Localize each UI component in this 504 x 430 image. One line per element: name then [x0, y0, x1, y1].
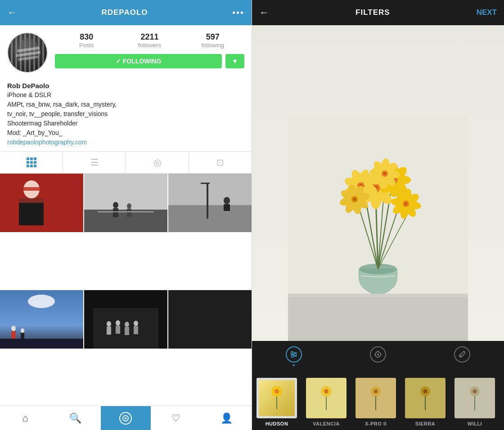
- svg-rect-7: [23, 187, 40, 191]
- filter-willow[interactable]: WILLI: [450, 372, 500, 430]
- tab-grid[interactable]: [0, 152, 63, 173]
- adjust-tool-button[interactable]: [370, 346, 386, 366]
- filter-name-valencia: VALENCIA: [313, 421, 339, 426]
- svg-point-138: [324, 389, 328, 394]
- svg-rect-116: [288, 297, 468, 341]
- left-header: ← RDEPAOLO •••: [0, 0, 252, 25]
- back-button-right[interactable]: ←: [259, 7, 269, 18]
- adjust-icon: [370, 346, 386, 363]
- filter-thumb-willow: [454, 378, 495, 418]
- photo-cell-2[interactable]: [84, 174, 167, 232]
- nav-likes[interactable]: ♡: [151, 406, 201, 430]
- bio-link[interactable]: robdepaolophotography.com: [7, 139, 244, 146]
- svg-rect-38: [125, 327, 129, 335]
- svg-point-150: [473, 390, 477, 394]
- follow-dropdown-button[interactable]: ▼: [225, 54, 244, 68]
- svg-rect-21: [207, 183, 208, 219]
- profile-section: 830 Posts 2211 followers 597 following ✓…: [0, 25, 252, 80]
- svg-rect-9: [19, 198, 44, 203]
- svg-rect-34: [107, 327, 111, 335]
- svg-point-120: [291, 352, 293, 354]
- photo-cell-4[interactable]: [0, 290, 83, 349]
- main-photo-area: [252, 25, 504, 341]
- profile-username: RDEPAOLO: [101, 8, 148, 17]
- svg-point-114: [383, 172, 386, 175]
- photo-grid: [0, 174, 252, 406]
- filter-thumb-valencia: [306, 378, 346, 418]
- filters-title: FILTERS: [356, 8, 390, 17]
- follow-button[interactable]: ✓ FOLLOWING: [55, 54, 222, 68]
- svg-rect-40: [134, 326, 138, 334]
- svg-point-146: [423, 390, 428, 394]
- svg-rect-20: [224, 204, 230, 211]
- grid-icon: [27, 157, 36, 167]
- svg-point-128: [377, 354, 379, 355]
- wrench-icon: [454, 346, 470, 363]
- svg-point-35: [116, 320, 120, 326]
- filter-name-xpro: X-PRO II: [365, 421, 387, 426]
- next-button[interactable]: NEXT: [477, 8, 497, 17]
- filter-xpro[interactable]: X-PRO II: [351, 372, 400, 430]
- svg-point-94: [405, 202, 407, 205]
- svg-point-14: [127, 203, 131, 209]
- svg-point-142: [374, 390, 378, 394]
- svg-rect-15: [127, 209, 131, 217]
- filter-hudson[interactable]: HUDSON: [252, 372, 302, 430]
- svg-rect-13: [113, 208, 118, 217]
- follow-row: ✓ FOLLOWING ▼: [55, 54, 244, 68]
- filter-thumb-xpro: [356, 378, 396, 418]
- filter-icon: [286, 346, 302, 363]
- filter-name-willow: WILLI: [468, 421, 482, 426]
- filter-valencia[interactable]: VALENCIA: [302, 372, 351, 430]
- wrench-tool-button[interactable]: [454, 346, 470, 366]
- svg-point-129: [460, 355, 461, 357]
- tab-tagged[interactable]: ⊡: [189, 152, 252, 173]
- svg-point-122: [292, 355, 294, 358]
- tab-list[interactable]: ☰: [63, 152, 126, 173]
- nav-camera[interactable]: [101, 406, 151, 430]
- photo-cell-6[interactable]: [168, 290, 252, 349]
- profile-icon: 👤: [220, 412, 233, 424]
- filter-name-hudson: HUDSON: [266, 421, 288, 426]
- svg-point-19: [224, 197, 230, 204]
- filter-name-sierra: SIERRA: [415, 421, 436, 426]
- followers-stat[interactable]: 2211 followers: [118, 32, 181, 49]
- search-icon: 🔍: [69, 412, 81, 424]
- camera-icon: [119, 412, 132, 425]
- svg-point-121: [294, 354, 297, 356]
- location-icon: ◎: [153, 157, 161, 168]
- svg-rect-42: [168, 290, 252, 349]
- filter-thumb-hudson: [256, 378, 297, 418]
- nav-profile[interactable]: 👤: [201, 406, 252, 430]
- back-button-left[interactable]: ←: [7, 7, 17, 18]
- flower-illustration: [288, 116, 468, 341]
- bottom-nav: ⌂ 🔍 ♡ 👤: [0, 406, 252, 430]
- filter-active-dot: [293, 364, 295, 366]
- filter-sierra[interactable]: SIERRA: [400, 372, 450, 430]
- photo-cell-1[interactable]: [0, 174, 83, 232]
- tools-bar: [252, 341, 504, 372]
- photo-cell-3[interactable]: [168, 174, 252, 232]
- svg-point-24: [28, 295, 55, 308]
- svg-point-25: [11, 326, 16, 331]
- more-options-button[interactable]: •••: [232, 8, 244, 18]
- following-stat[interactable]: 597 following: [181, 32, 244, 49]
- left-panel: ← RDEPAOLO ••• 830 Posts: [0, 0, 252, 430]
- bio-line4: Shootermag Shareholder: [7, 119, 244, 128]
- svg-rect-36: [116, 326, 120, 334]
- svg-rect-115: [288, 294, 468, 297]
- posts-stat[interactable]: 830 Posts: [55, 32, 118, 49]
- filter-tool-button[interactable]: [286, 346, 302, 366]
- bio-section: Rob DePaolo iPhone & DSLR AMPt, rsa_bnw,…: [0, 80, 252, 151]
- svg-rect-18: [168, 205, 252, 232]
- nav-search[interactable]: 🔍: [50, 406, 101, 430]
- right-header: ← FILTERS NEXT: [252, 0, 504, 25]
- svg-point-12: [113, 202, 118, 208]
- tab-location[interactable]: ◎: [126, 152, 189, 173]
- bio-line3: tv_noir, tv__people, transfer_visions: [7, 109, 244, 119]
- svg-point-134: [274, 389, 279, 394]
- stats-area: 830 Posts 2211 followers 597 following ✓…: [55, 32, 244, 68]
- photo-cell-5[interactable]: [84, 290, 167, 349]
- nav-home[interactable]: ⌂: [0, 406, 50, 430]
- avatar: [7, 32, 48, 73]
